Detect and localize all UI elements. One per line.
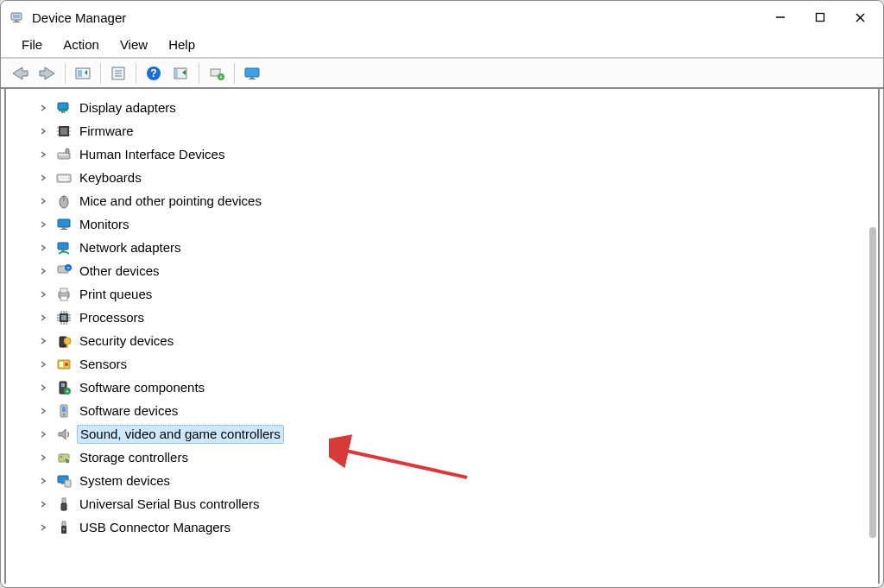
back-button[interactable] xyxy=(6,61,34,85)
keyboards-icon xyxy=(56,170,72,186)
expand-chevron-icon[interactable] xyxy=(39,313,51,322)
menu-action[interactable]: Action xyxy=(54,35,108,54)
menu-view[interactable]: View xyxy=(111,35,156,54)
tree-item[interactable]: Universal Serial Bus controllers xyxy=(39,492,868,515)
expand-chevron-icon[interactable] xyxy=(39,453,51,462)
svg-rect-30 xyxy=(61,111,65,113)
tree-item[interactable]: Keyboards xyxy=(39,166,868,189)
svg-rect-28 xyxy=(58,103,68,110)
expand-chevron-icon[interactable] xyxy=(39,243,51,252)
expand-chevron-icon[interactable] xyxy=(39,220,51,229)
maximize-button[interactable] xyxy=(800,3,840,31)
display-adapters-icon xyxy=(56,100,72,116)
menu-help[interactable]: Help xyxy=(160,35,204,54)
expand-chevron-icon[interactable] xyxy=(39,477,51,485)
forward-button[interactable] xyxy=(34,61,61,85)
svg-rect-54 xyxy=(62,227,66,229)
expand-chevron-icon[interactable] xyxy=(39,150,51,159)
tree-item-label: Keyboards xyxy=(77,169,144,187)
tree-item[interactable]: Human Interface Devices xyxy=(39,142,868,166)
tree-item[interactable]: USB Connector Managers xyxy=(39,515,868,539)
printer-icon xyxy=(56,287,72,302)
svg-text:+: + xyxy=(219,74,223,80)
tree-item[interactable]: Network adapters xyxy=(39,236,868,259)
usb-icon xyxy=(56,496,72,512)
tree-item-label: Software devices xyxy=(77,402,180,420)
monitor-button[interactable] xyxy=(238,61,266,85)
firmware-icon xyxy=(56,123,72,139)
expand-chevron-icon[interactable] xyxy=(39,407,51,415)
tree-item-label: Monitors xyxy=(77,216,132,233)
titlebar: Device Manager xyxy=(1,1,883,34)
toolbar-divider xyxy=(199,63,199,84)
tree-item[interactable]: Software devices xyxy=(39,399,868,422)
tree-item[interactable]: Display adapters xyxy=(39,96,868,119)
scan-hardware-button[interactable] xyxy=(167,61,195,85)
svg-marker-9 xyxy=(40,67,54,79)
expand-chevron-icon[interactable] xyxy=(39,430,51,439)
tree-item[interactable]: Sound, video and game controllers xyxy=(39,422,868,446)
tree-item[interactable]: +Software components xyxy=(39,376,868,399)
svg-rect-29 xyxy=(59,110,67,111)
hid-icon xyxy=(56,147,72,162)
svg-point-90 xyxy=(63,413,66,415)
device-tree: Display adaptersFirmwareHuman Interface … xyxy=(6,89,878,549)
scrollbar-thumb[interactable] xyxy=(869,227,876,538)
menubar: File Action View Help xyxy=(1,34,883,57)
tree-item[interactable]: ?Other devices xyxy=(39,259,868,282)
svg-rect-27 xyxy=(249,79,256,79)
tree-item[interactable]: Security devices xyxy=(39,329,868,352)
svg-point-102 xyxy=(63,528,66,530)
tree-item-label: Sound, video and game controllers xyxy=(77,425,284,444)
expand-chevron-icon[interactable] xyxy=(39,104,51,112)
svg-rect-55 xyxy=(60,229,67,230)
menu-file[interactable]: File xyxy=(13,35,51,54)
svg-marker-91 xyxy=(59,429,66,439)
svg-rect-25 xyxy=(245,68,259,77)
svg-point-93 xyxy=(60,456,62,458)
toolbar-divider xyxy=(234,63,235,84)
svg-rect-97 xyxy=(61,483,64,484)
svg-rect-42 xyxy=(64,154,66,155)
tree-item[interactable]: Storage controllers xyxy=(39,446,868,469)
svg-rect-41 xyxy=(61,154,63,155)
show-hidden-button[interactable] xyxy=(69,61,97,85)
expand-chevron-icon[interactable] xyxy=(39,337,51,345)
svg-rect-5 xyxy=(817,14,824,22)
tree-item-label: System devices xyxy=(77,472,173,490)
expand-chevron-icon[interactable] xyxy=(39,267,51,275)
expand-chevron-icon[interactable] xyxy=(39,523,51,532)
help-button[interactable]: ? xyxy=(140,61,167,85)
expand-chevron-icon[interactable] xyxy=(39,290,51,299)
software-dev-icon xyxy=(56,403,72,419)
expand-chevron-icon[interactable] xyxy=(39,360,51,369)
svg-text:+: + xyxy=(66,389,69,395)
storage-icon xyxy=(56,450,72,465)
tree-item[interactable]: System devices xyxy=(39,469,868,492)
minimize-button[interactable] xyxy=(761,3,800,31)
tree-item[interactable]: Sensors xyxy=(39,352,868,376)
tree-item-label: Security devices xyxy=(77,332,176,350)
tree-item[interactable]: Processors xyxy=(39,306,868,329)
svg-rect-98 xyxy=(62,498,66,503)
expand-chevron-icon[interactable] xyxy=(39,500,51,509)
tree-item-label: Print queues xyxy=(77,286,155,303)
expand-chevron-icon[interactable] xyxy=(39,127,51,136)
expand-chevron-icon[interactable] xyxy=(39,197,51,205)
tree-item[interactable]: Print queues xyxy=(39,282,868,306)
tree-item-label: Firmware xyxy=(77,123,136,140)
svg-rect-32 xyxy=(60,128,67,135)
toolbar-divider xyxy=(136,63,136,84)
close-button[interactable] xyxy=(840,3,880,31)
other-icon: ? xyxy=(56,263,72,279)
expand-chevron-icon[interactable] xyxy=(39,174,51,182)
processors-icon xyxy=(56,310,72,326)
expand-chevron-icon[interactable] xyxy=(39,383,51,392)
tree-item[interactable]: Firmware xyxy=(39,119,868,142)
properties-button[interactable] xyxy=(104,61,132,85)
update-driver-button[interactable]: + xyxy=(203,61,230,85)
svg-rect-85 xyxy=(61,383,65,387)
tree-item[interactable]: Mice and other pointing devices xyxy=(39,189,868,212)
tree-item[interactable]: Monitors xyxy=(39,212,868,236)
svg-rect-49 xyxy=(66,176,68,178)
